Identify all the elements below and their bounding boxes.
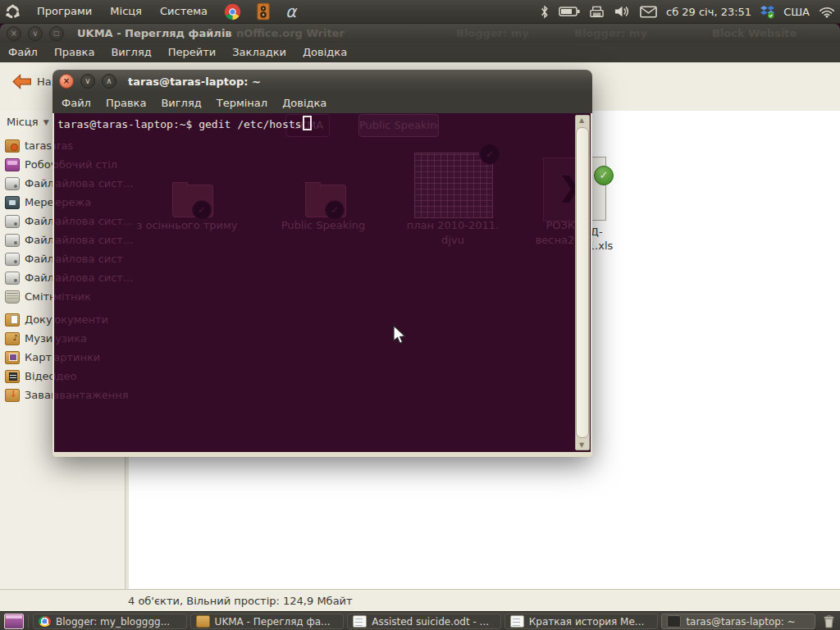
menu-item[interactable]: Перейти — [160, 43, 225, 62]
system-tray: сб 29 січ, 23:51 США — [540, 5, 840, 19]
top-panel: ПрограмиМісцяСистема α — [0, 0, 840, 24]
terminal-prompt-line[interactable]: taras@taras-laptop:~$ gedit /etc/hosts — [57, 116, 312, 130]
menu-item[interactable]: Вигляд — [153, 93, 208, 113]
menu-item[interactable]: Довідка — [275, 93, 334, 113]
place-icon — [5, 158, 20, 171]
maximize-icon[interactable]: ∧ — [102, 74, 116, 89]
statusbar-text: 4 об'єкти, Вільний простір: 124,9 Мбайт — [128, 595, 353, 607]
place-icon — [5, 313, 20, 326]
ghost-emblem: ✓ — [479, 144, 500, 165]
window-type-icon — [196, 615, 210, 628]
taskbar-window-label: taras@taras-laptop: ~ — [686, 616, 795, 628]
menu-item[interactable]: Правка — [98, 93, 153, 113]
panel-menus: ПрограмиМісцяСистема — [28, 0, 217, 23]
ghost-sidebar-item: Робочий стіл — [54, 155, 177, 174]
file-manager-menubar: ФайлПравкаВиглядПерейтиЗакладкиДовідка — [0, 43, 840, 62]
places-label: Місця — [7, 116, 39, 128]
taskbar-window-label: Assisted suicide.odt - ... — [372, 616, 489, 628]
menu-item[interactable]: Довідка — [294, 43, 355, 62]
taskbar-window-button[interactable]: Краткая история Ме... — [504, 614, 659, 629]
ghost-sidebar-item: Файлова сист... — [54, 174, 177, 193]
terminal-window: × ∨ ∧ taras@taras-laptop: ~ ФайлПравкаВи… — [52, 70, 592, 457]
panel-menu[interactable]: Програми — [28, 0, 101, 23]
bluetooth-icon[interactable] — [540, 5, 550, 19]
speaker-launcher-icon[interactable] — [256, 2, 271, 21]
task-buttons: Blogger: my_blogggg... UKMA - Перегляд ф… — [33, 614, 815, 629]
place-icon — [5, 215, 20, 228]
ghost-file-name: djvu — [387, 233, 518, 247]
keyboard-layout-indicator[interactable]: США — [783, 6, 810, 18]
minimize-icon[interactable]: ∨ — [80, 74, 95, 89]
bottom-taskbar: Blogger: my_blogggg... UKMA - Перегляд ф… — [0, 611, 840, 630]
menu-item[interactable]: Правка — [46, 43, 103, 62]
close-icon[interactable]: × — [7, 26, 21, 41]
scroll-up-icon[interactable]: ▲ — [576, 116, 587, 124]
taskbar-window-button[interactable]: UKMA - Перегляд фа... — [190, 614, 345, 629]
text-cursor — [303, 116, 312, 130]
wifi-icon[interactable] — [819, 6, 835, 18]
volume-icon[interactable] — [614, 5, 631, 18]
ghost-sidebar-item: Файлова сист — [54, 249, 177, 268]
chrome-launcher-icon[interactable] — [224, 3, 241, 21]
battery-icon[interactable] — [559, 6, 580, 17]
minimize-icon[interactable]: ∨ — [28, 26, 43, 41]
ghost-emblem: ✓ — [192, 200, 212, 220]
ubuntu-logo-icon[interactable] — [5, 4, 21, 20]
panel-menu[interactable]: Система — [151, 0, 217, 23]
maximize-icon[interactable]: □ — [49, 26, 64, 41]
ghost-sidebar-item: Файлова сист... — [54, 268, 177, 287]
window-type-icon — [39, 616, 51, 627]
back-arrow-icon — [11, 74, 32, 89]
taskbar-window-label: UKMA - Перегляд фа... — [215, 616, 331, 628]
ghost-window-title: nOffice.org Writer — [236, 27, 345, 39]
ghost-window-title: Blogger: my — [574, 27, 647, 39]
taskbar-window-button[interactable]: Blogger: my_blogggg... — [33, 614, 187, 629]
sidebar-item-label: taras — [25, 139, 52, 152]
menu-item[interactable]: Закладки — [224, 43, 294, 62]
command-text: gedit /etc/hosts — [199, 118, 301, 130]
terminal-screen[interactable]: UKMA Public Speaking taras Робочий стіл — [54, 113, 591, 452]
panel-separator — [28, 614, 29, 628]
mail-icon[interactable] — [640, 6, 657, 18]
ghost-sidebar-item: Відео — [54, 367, 177, 386]
menu-item[interactable]: Вигляд — [103, 43, 159, 62]
terminal-titlebar[interactable]: × ∨ ∧ taras@taras-laptop: ~ — [52, 70, 592, 94]
place-icon — [5, 272, 20, 285]
ghost-document-icon — [414, 153, 493, 218]
ghost-sidebar-item: Документи — [54, 310, 177, 329]
panel-menu[interactable]: Місця — [101, 0, 151, 23]
ghost-emblem: ✓ — [325, 200, 345, 220]
alpha-app-icon[interactable]: α — [285, 2, 296, 21]
chevron-down-icon: ▼ — [43, 118, 49, 126]
trash-icon[interactable] — [820, 614, 837, 629]
ghost-window-title: Blogger: my — [456, 27, 529, 39]
menu-item[interactable]: Файл — [0, 43, 46, 62]
printer-icon[interactable] — [589, 5, 605, 19]
menu-item[interactable]: Термінал — [209, 93, 275, 113]
terminal-frame: UKMA Public Speaking taras Робочий стіл — [52, 113, 592, 457]
place-icon — [5, 351, 20, 364]
mouse-cursor — [392, 325, 409, 349]
window-title: UKMA - Перегляд файлів — [77, 27, 232, 39]
scroll-down-icon[interactable]: ▼ — [576, 441, 587, 449]
taskbar-window-button[interactable]: Assisted suicide.odt - ... — [347, 614, 501, 629]
ghost-sidebar-item: Смітник — [54, 287, 177, 306]
scrollbar-thumb[interactable] — [576, 127, 589, 438]
place-icon — [5, 370, 20, 383]
taskbar-window-button[interactable]: taras@taras-laptop: ~ — [661, 614, 815, 629]
show-desktop-button[interactable] — [4, 614, 24, 629]
clock[interactable]: сб 29 січ, 23:51 — [666, 6, 751, 18]
menu-item[interactable]: Файл — [54, 93, 98, 113]
dropbox-icon[interactable] — [760, 5, 774, 19]
terminal-scrollbar[interactable]: ▲ ▼ — [575, 115, 590, 450]
window-type-icon — [353, 615, 367, 628]
place-icon — [5, 389, 20, 402]
statusbar: 4 об'єкти, Вільний простір: 124,9 Мбайт — [0, 589, 840, 612]
file-manager-titlebar[interactable]: × ∨ □ UKMA - Перегляд файлів nOffice.org… — [0, 24, 840, 43]
ghost-file-name: план 2010-2011. — [387, 218, 518, 232]
ghost-file-name: Public Speaking — [258, 218, 389, 232]
place-icon — [5, 290, 20, 304]
ghost-sidebar-item: Мережа — [54, 193, 177, 212]
ghost-sidebar-item: Музика — [54, 329, 177, 348]
close-icon[interactable]: × — [59, 74, 74, 89]
